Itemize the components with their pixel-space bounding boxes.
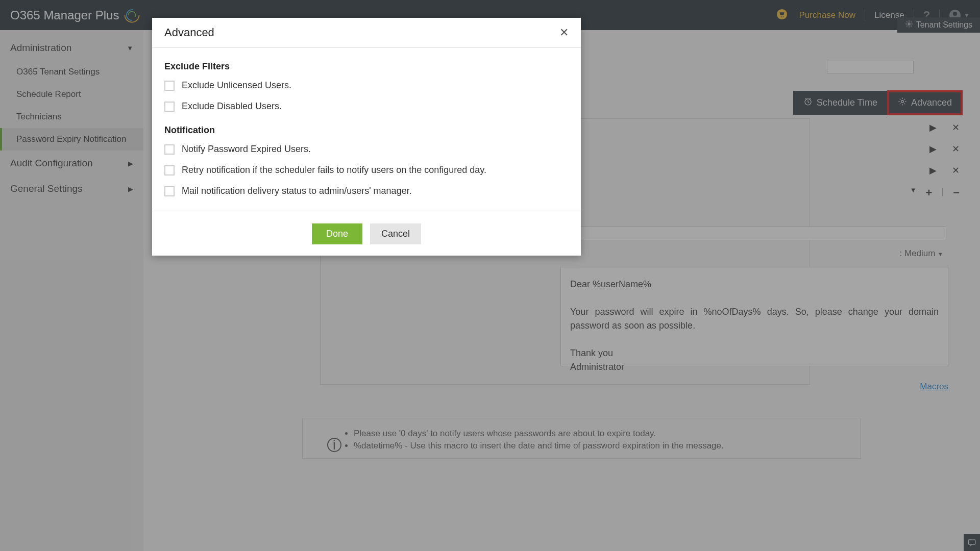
notify-expired-checkbox[interactable] xyxy=(164,144,175,155)
retry-notification-checkbox[interactable] xyxy=(164,165,175,176)
done-button[interactable]: Done xyxy=(312,223,362,244)
retry-notification-label: Retry notification if the scheduler fail… xyxy=(182,165,486,176)
exclude-unlicensed-checkbox[interactable] xyxy=(164,81,175,91)
mail-status-checkbox[interactable] xyxy=(164,186,175,196)
notify-expired-label: Notify Password Expired Users. xyxy=(182,144,311,155)
cancel-button[interactable]: Cancel xyxy=(370,223,421,244)
exclude-disabled-checkbox[interactable] xyxy=(164,102,175,112)
modal-title: Advanced xyxy=(164,26,214,39)
exclude-disabled-label: Exclude Disabled Users. xyxy=(182,101,282,112)
exclude-filters-heading: Exclude Filters xyxy=(164,61,569,72)
exclude-unlicensed-label: Exclude Unlicensed Users. xyxy=(182,80,291,91)
advanced-modal: Advanced ✕ Exclude Filters Exclude Unlic… xyxy=(152,18,581,256)
notification-heading: Notification xyxy=(164,125,569,136)
mail-status-label: Mail notification delivery status to adm… xyxy=(182,186,412,196)
close-icon[interactable]: ✕ xyxy=(559,26,569,39)
